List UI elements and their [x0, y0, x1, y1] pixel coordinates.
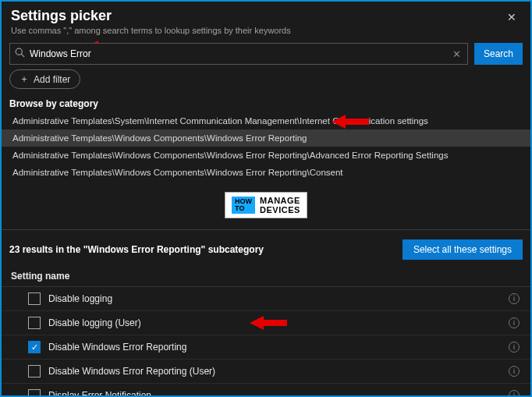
- setting-label: Disable Windows Error Reporting (User): [48, 366, 501, 377]
- results-summary: 23 results in the "Windows Error Reporti…: [9, 244, 264, 255]
- category-item[interactable]: Administrative Templates\Windows Compone…: [2, 147, 530, 164]
- select-all-button[interactable]: Select all these settings: [403, 239, 523, 260]
- info-icon[interactable]: i: [509, 342, 520, 353]
- search-icon: [15, 48, 25, 60]
- dialog-subtitle: Use commas "," among search terms to loo…: [11, 26, 502, 35]
- info-icon[interactable]: i: [509, 293, 520, 304]
- watermark-text: MANAGE: [260, 196, 300, 205]
- category-list: Administrative Templates\System\Internet…: [2, 112, 530, 184]
- category-item[interactable]: Administrative Templates\System\Internet…: [2, 112, 530, 129]
- setting-row[interactable]: Disable loggingi: [2, 287, 530, 311]
- category-item[interactable]: Administrative Templates\Windows Compone…: [2, 129, 530, 147]
- setting-row[interactable]: Disable Windows Error Reporting (User)i: [2, 360, 530, 384]
- setting-label: Disable Windows Error Reporting: [48, 342, 501, 353]
- clear-search-button[interactable]: ✕: [446, 48, 467, 60]
- dialog-title: Settings picker: [11, 8, 502, 24]
- watermark-text: TO: [235, 205, 252, 212]
- category-item[interactable]: Administrative Templates\Windows Compone…: [2, 164, 530, 181]
- svg-point-3: [16, 48, 22, 55]
- setting-label: Display Error Notification: [48, 390, 501, 395]
- browse-header: Browse by category: [2, 95, 530, 112]
- setting-row[interactable]: Disable Windows Error Reportingi: [2, 335, 530, 360]
- info-icon[interactable]: i: [509, 390, 520, 395]
- add-filter-label: Add filter: [34, 74, 70, 85]
- setting-checkbox[interactable]: [28, 317, 41, 329]
- setting-label: Disable logging: [48, 293, 501, 304]
- info-icon[interactable]: i: [509, 366, 520, 377]
- watermark-text: DEVICES: [260, 205, 300, 214]
- column-header-setting-name: Setting name: [2, 266, 530, 287]
- setting-checkbox[interactable]: [28, 365, 41, 378]
- setting-label: Disable logging (User): [48, 317, 501, 328]
- settings-list[interactable]: Disable loggingiDisable logging (User)iD…: [2, 287, 530, 395]
- setting-row[interactable]: Display Error Notificationi: [2, 384, 530, 395]
- search-button[interactable]: Search: [474, 43, 523, 65]
- search-box: ✕: [9, 43, 468, 65]
- svg-line-4: [22, 55, 25, 58]
- search-input[interactable]: [30, 44, 446, 64]
- add-filter-button[interactable]: ＋ Add filter: [9, 69, 80, 89]
- setting-checkbox[interactable]: [28, 341, 41, 353]
- setting-checkbox[interactable]: [28, 389, 41, 395]
- close-icon: ✕: [507, 11, 516, 23]
- setting-row[interactable]: Disable logging (User)i: [2, 311, 530, 335]
- watermark: HOW TO MANAGE DEVICES: [2, 184, 530, 226]
- info-icon[interactable]: i: [509, 317, 520, 328]
- setting-checkbox[interactable]: [28, 292, 41, 305]
- close-icon: ✕: [452, 48, 461, 60]
- plus-icon: ＋: [20, 73, 29, 86]
- close-button[interactable]: ✕: [502, 8, 521, 27]
- divider: [2, 229, 530, 230]
